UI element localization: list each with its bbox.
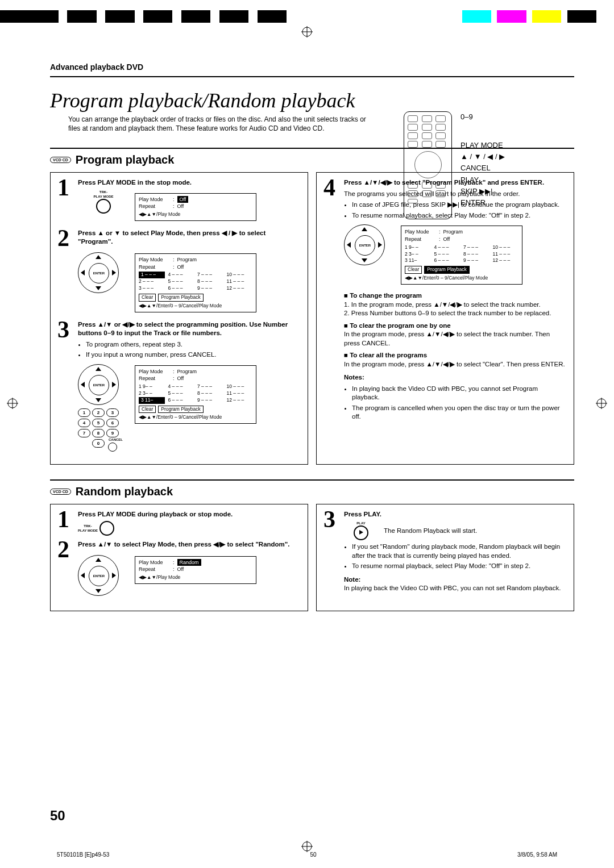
vcd-cd-badge: VCD CD [50,157,71,163]
random-step1-title: Press PLAY MODE during playback or stop … [78,510,301,519]
step-number-4: 4 [323,178,339,423]
step3-bullet-2: If you input a wrong number, press CANCE… [86,350,301,360]
step2-title: Press ▲ or ▼ to select Play Mode, then p… [78,229,301,247]
random-step2-title: Press ▲/▼ to select Play Mode, then pres… [78,540,301,549]
step-number-3: 3 [57,320,73,452]
remote-label-playmode: PLAY MODE [460,140,505,151]
random-left-column: 1 Press PLAY MODE during playback or sto… [50,504,308,611]
page-number: 50 [50,808,65,824]
dpad-icon: ENTER [78,555,119,596]
footer-page: 50 [310,852,317,858]
program-right-column: 4 Press ▲/▼/◀/▶ to select "Program Playb… [316,172,574,464]
registration-mark-left [7,398,18,409]
random-right-column: 3 Press PLAY. PLAY The Random Playback w… [316,504,574,611]
remote-label-numbers: 0–9 [460,111,505,123]
vcd-cd-badge: VCD CD [50,489,71,495]
step-number-1: 1 [57,510,73,536]
play-button-label: PLAY [344,521,378,525]
page-title: Program playback/Random playback [50,89,574,112]
step4-bullet-1: In case of JPEG file, press SKIP ▶▶| to … [352,201,567,210]
step-number-2: 2 [57,540,73,598]
dpad-icon: ENTER [78,252,119,293]
playmode-button-label: TRK- PLAY MODE [78,190,129,199]
breadcrumb-section: Advanced playback DVD [50,62,574,72]
registration-mark-bottom [301,841,313,852]
step4-body: The programs you selected will start to … [344,190,567,199]
playmode-button-icon [96,199,111,214]
registration-mark-top [301,26,313,37]
footer-timestamp: 3/8/05, 9:58 AM [517,852,557,858]
step-number-3: 3 [323,510,339,593]
program-left-column: 1 Press PLAY MODE in the stop mode. TRK-… [50,172,308,464]
step1-title: Press PLAY MODE in the stop mode. [78,178,301,187]
print-color-bar [0,10,614,23]
notes-heading: Notes: [344,373,567,382]
remote-label-arrows: ▲ / ▼ / ◀ / ▶ [460,151,505,162]
step3-title: Press ▲/▼ or ◀/▶ to select the programmi… [78,320,301,338]
registration-mark-right [596,398,607,409]
playmode-button-icon [99,521,114,536]
number-pad-icon: 123 456 789 0 CANCEL [78,408,129,452]
clear-all-heading: To clear all the programs [344,351,567,360]
step-number-2: 2 [57,229,73,316]
intro-text: You can arrange the playback order of tr… [68,115,375,133]
random-section: VCD CD Random playback 1 Press PLAY MODE… [50,479,574,611]
clear-one-heading: To clear the program one by one [344,322,567,331]
cancel-button-label: CANCEL [109,437,123,442]
dpad-icon: ENTER [78,364,119,405]
step3-bullet-1: To program others, repeat step 3. [86,340,301,349]
change-program-heading: To change the program [344,291,567,301]
step4-bullet-2: To resume normal playback, select Play M… [352,211,567,220]
footer-filename: 5T50101B [E]p49-53 [57,852,109,858]
program-section: VCD CD Program playback 1 Press PLAY MOD… [50,148,574,464]
print-footer: 5T50101B [E]p49-53 50 3/8/05, 9:58 AM [57,852,557,858]
step4-title: Press ▲/▼/◀/▶ to select "Program Playbac… [344,178,567,187]
play-button-icon [354,525,368,540]
cancel-button-icon [108,443,117,452]
random-step3-title: Press PLAY. [344,510,567,519]
header-rule [50,76,574,77]
step-number-1: 1 [57,178,73,224]
dpad-icon: ENTER [344,224,385,265]
program-heading: Program playback [76,153,174,166]
random-heading: Random playback [76,485,173,498]
